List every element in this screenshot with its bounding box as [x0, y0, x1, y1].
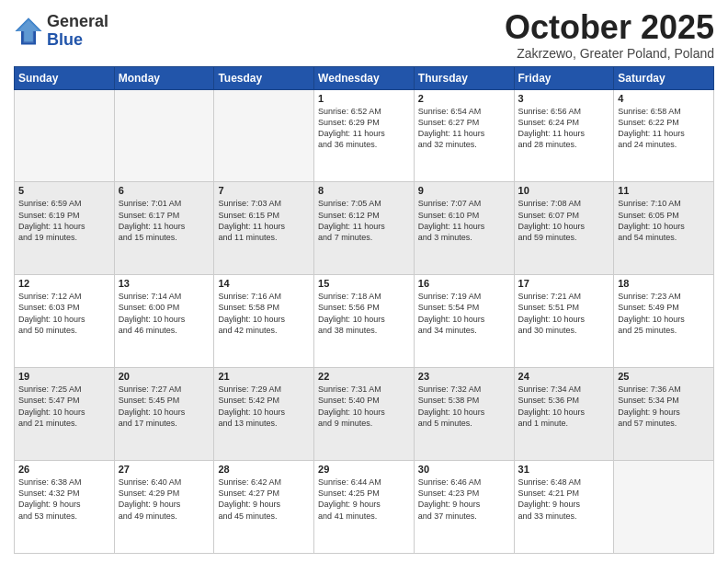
day-number: 16 [418, 278, 510, 289]
table-row: 23Sunrise: 7:32 AM Sunset: 5:38 PM Dayli… [414, 368, 514, 461]
day-info: Sunrise: 7:19 AM Sunset: 5:54 PM Dayligh… [418, 291, 510, 336]
day-number: 15 [318, 278, 410, 289]
day-info: Sunrise: 7:07 AM Sunset: 6:10 PM Dayligh… [418, 198, 510, 243]
col-thursday: Thursday [414, 66, 514, 89]
day-number: 6 [119, 185, 210, 196]
day-number: 4 [618, 93, 710, 104]
day-info: Sunrise: 7:23 AM Sunset: 5:49 PM Dayligh… [618, 291, 710, 336]
col-sunday: Sunday [15, 66, 115, 89]
day-info: Sunrise: 6:58 AM Sunset: 6:22 PM Dayligh… [618, 106, 710, 151]
calendar-table: Sunday Monday Tuesday Wednesday Thursday… [14, 66, 714, 554]
day-info: Sunrise: 6:48 AM Sunset: 4:21 PM Dayligh… [518, 477, 610, 522]
page: General Blue October 2025 Zakrzewo, Grea… [0, 0, 728, 563]
table-row: 9Sunrise: 7:07 AM Sunset: 6:10 PM Daylig… [414, 182, 514, 275]
table-row: 16Sunrise: 7:19 AM Sunset: 5:54 PM Dayli… [414, 275, 514, 368]
day-number: 17 [518, 278, 610, 289]
table-row: 7Sunrise: 7:03 AM Sunset: 6:15 PM Daylig… [214, 182, 314, 275]
table-row: 8Sunrise: 7:05 AM Sunset: 6:12 PM Daylig… [314, 182, 415, 275]
logo-blue-text: Blue [47, 31, 108, 50]
day-number: 7 [218, 185, 310, 196]
table-row: 25Sunrise: 7:36 AM Sunset: 5:34 PM Dayli… [614, 368, 714, 461]
day-number: 20 [119, 371, 210, 382]
day-number: 28 [218, 464, 310, 475]
table-row: 17Sunrise: 7:21 AM Sunset: 5:51 PM Dayli… [514, 275, 614, 368]
table-row: 26Sunrise: 6:38 AM Sunset: 4:32 PM Dayli… [15, 461, 115, 554]
day-number: 26 [18, 464, 110, 475]
title-block: October 2025 Zakrzewo, Greater Poland, P… [505, 9, 714, 61]
day-number: 5 [18, 185, 110, 196]
day-info: Sunrise: 7:25 AM Sunset: 5:47 PM Dayligh… [18, 384, 110, 429]
logo-general-text: General [47, 13, 108, 31]
day-info: Sunrise: 7:01 AM Sunset: 6:17 PM Dayligh… [119, 198, 210, 243]
table-row: 4Sunrise: 6:58 AM Sunset: 6:22 PM Daylig… [614, 89, 714, 182]
table-row: 5Sunrise: 6:59 AM Sunset: 6:19 PM Daylig… [15, 182, 115, 275]
day-info: Sunrise: 6:44 AM Sunset: 4:25 PM Dayligh… [318, 477, 410, 522]
calendar-week-row: 19Sunrise: 7:25 AM Sunset: 5:47 PM Dayli… [15, 368, 714, 461]
table-row: 29Sunrise: 6:44 AM Sunset: 4:25 PM Dayli… [314, 461, 415, 554]
col-monday: Monday [114, 66, 214, 89]
day-info: Sunrise: 6:59 AM Sunset: 6:19 PM Dayligh… [18, 198, 110, 243]
table-row: 24Sunrise: 7:34 AM Sunset: 5:36 PM Dayli… [514, 368, 614, 461]
day-info: Sunrise: 6:52 AM Sunset: 6:29 PM Dayligh… [318, 106, 410, 151]
day-info: Sunrise: 7:14 AM Sunset: 6:00 PM Dayligh… [119, 291, 210, 336]
day-number: 22 [318, 371, 410, 382]
day-number: 23 [418, 371, 510, 382]
day-info: Sunrise: 7:08 AM Sunset: 6:07 PM Dayligh… [518, 198, 610, 243]
table-row: 30Sunrise: 6:46 AM Sunset: 4:23 PM Dayli… [414, 461, 514, 554]
month-title: October 2025 [505, 9, 714, 46]
col-tuesday: Tuesday [214, 66, 314, 89]
table-row: 12Sunrise: 7:12 AM Sunset: 6:03 PM Dayli… [15, 275, 115, 368]
table-row [114, 89, 214, 182]
col-saturday: Saturday [614, 66, 714, 89]
calendar-week-row: 5Sunrise: 6:59 AM Sunset: 6:19 PM Daylig… [15, 182, 714, 275]
header: General Blue October 2025 Zakrzewo, Grea… [14, 9, 714, 61]
table-row: 15Sunrise: 7:18 AM Sunset: 5:56 PM Dayli… [314, 275, 415, 368]
day-info: Sunrise: 7:05 AM Sunset: 6:12 PM Dayligh… [318, 198, 410, 243]
col-wednesday: Wednesday [314, 66, 415, 89]
day-number: 25 [618, 371, 710, 382]
logo-icon [14, 17, 43, 46]
day-info: Sunrise: 7:36 AM Sunset: 5:34 PM Dayligh… [618, 384, 710, 429]
day-number: 1 [318, 93, 410, 104]
day-info: Sunrise: 6:38 AM Sunset: 4:32 PM Dayligh… [18, 477, 110, 522]
day-info: Sunrise: 7:27 AM Sunset: 5:45 PM Dayligh… [119, 384, 210, 429]
day-number: 13 [119, 278, 210, 289]
table-row: 1Sunrise: 6:52 AM Sunset: 6:29 PM Daylig… [314, 89, 415, 182]
day-info: Sunrise: 7:12 AM Sunset: 6:03 PM Dayligh… [18, 291, 110, 336]
table-row: 11Sunrise: 7:10 AM Sunset: 6:05 PM Dayli… [614, 182, 714, 275]
table-row: 21Sunrise: 7:29 AM Sunset: 5:42 PM Dayli… [214, 368, 314, 461]
day-number: 24 [518, 371, 610, 382]
calendar-header-row: Sunday Monday Tuesday Wednesday Thursday… [15, 66, 714, 89]
day-number: 2 [418, 93, 510, 104]
table-row: 6Sunrise: 7:01 AM Sunset: 6:17 PM Daylig… [114, 182, 214, 275]
day-number: 21 [218, 371, 310, 382]
day-info: Sunrise: 6:42 AM Sunset: 4:27 PM Dayligh… [218, 477, 310, 522]
day-info: Sunrise: 7:16 AM Sunset: 5:58 PM Dayligh… [218, 291, 310, 336]
day-number: 8 [318, 185, 410, 196]
location: Zakrzewo, Greater Poland, Poland [505, 46, 714, 61]
table-row: 2Sunrise: 6:54 AM Sunset: 6:27 PM Daylig… [414, 89, 514, 182]
day-number: 14 [218, 278, 310, 289]
day-number: 3 [518, 93, 610, 104]
table-row: 20Sunrise: 7:27 AM Sunset: 5:45 PM Dayli… [114, 368, 214, 461]
table-row [614, 461, 714, 554]
table-row: 27Sunrise: 6:40 AM Sunset: 4:29 PM Dayli… [114, 461, 214, 554]
day-info: Sunrise: 7:10 AM Sunset: 6:05 PM Dayligh… [618, 198, 710, 243]
table-row: 13Sunrise: 7:14 AM Sunset: 6:00 PM Dayli… [114, 275, 214, 368]
table-row: 19Sunrise: 7:25 AM Sunset: 5:47 PM Dayli… [15, 368, 115, 461]
logo-text: General Blue [47, 13, 108, 50]
day-info: Sunrise: 6:46 AM Sunset: 4:23 PM Dayligh… [418, 477, 510, 522]
col-friday: Friday [514, 66, 614, 89]
day-number: 9 [418, 185, 510, 196]
day-number: 27 [119, 464, 210, 475]
table-row: 18Sunrise: 7:23 AM Sunset: 5:49 PM Dayli… [614, 275, 714, 368]
day-number: 11 [618, 185, 710, 196]
day-info: Sunrise: 7:03 AM Sunset: 6:15 PM Dayligh… [218, 198, 310, 243]
day-info: Sunrise: 7:21 AM Sunset: 5:51 PM Dayligh… [518, 291, 610, 336]
day-info: Sunrise: 7:29 AM Sunset: 5:42 PM Dayligh… [218, 384, 310, 429]
day-info: Sunrise: 6:54 AM Sunset: 6:27 PM Dayligh… [418, 106, 510, 151]
table-row [15, 89, 115, 182]
day-number: 12 [18, 278, 110, 289]
day-number: 29 [318, 464, 410, 475]
calendar-week-row: 1Sunrise: 6:52 AM Sunset: 6:29 PM Daylig… [15, 89, 714, 182]
